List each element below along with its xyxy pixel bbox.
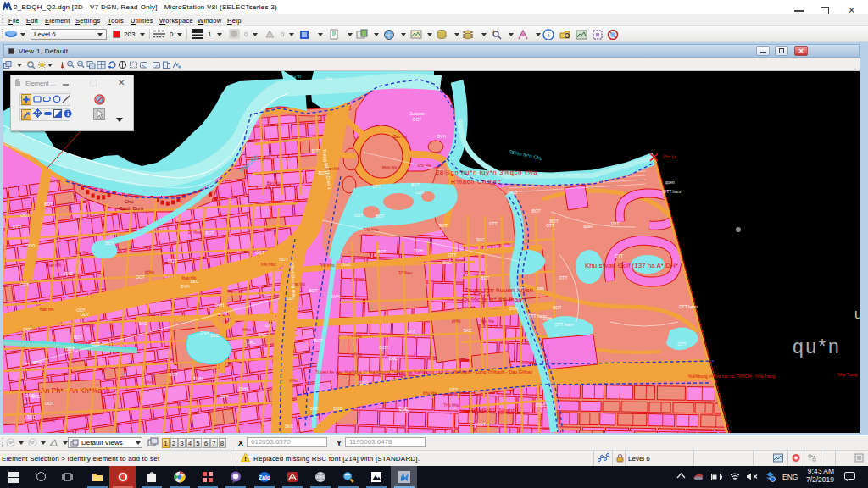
svg-text:Tr% h%c: Tr% h%c <box>319 263 335 268</box>
svg-text:ODT: ODT <box>20 282 30 287</box>
svg-text:Khu %a: Khu %a <box>481 319 495 324</box>
svg-text:Tr% h%c: Tr% h%c <box>363 228 379 232</box>
svg-text:OTT hann: OTT hann <box>663 189 682 194</box>
svg-text:ph%t: ph%t <box>86 324 95 328</box>
svg-text:th%o: th%o <box>289 379 298 383</box>
svg-text:DGD: DGD <box>508 190 518 195</box>
svg-text:Ban %u: Ban %u <box>267 181 281 186</box>
svg-text:quen: quen <box>583 224 593 229</box>
svg-text:Zalo: Zalo <box>259 474 270 480</box>
svg-text:DVH: DVH <box>415 248 424 253</box>
svg-text:th%o: th%o <box>242 328 251 332</box>
svg-text:th%o: th%o <box>145 270 154 274</box>
svg-text:D* %an: D* %an <box>188 230 202 235</box>
svg-text:OTT: OTT <box>407 329 415 334</box>
svg-text:OTT hann: OTT hann <box>528 313 548 319</box>
svg-text:ODT: ODT <box>81 312 90 317</box>
svg-text:das: das <box>537 286 545 291</box>
svg-text:BOT: BOT <box>205 230 214 236</box>
svg-text:Ph% l%i: Ph% l%i <box>176 222 191 226</box>
svg-text:Chu Lo: Chu Lo <box>663 154 676 159</box>
svg-text:SKC: SKC <box>258 332 267 337</box>
svg-text:SKC: SKC <box>27 414 36 419</box>
svg-text:!: ! <box>244 455 247 463</box>
svg-text:Khu %a: Khu %a <box>75 251 89 255</box>
svg-text:quen: quen <box>665 180 675 185</box>
svg-text:DVH: DVH <box>536 402 545 408</box>
svg-text:OOT: OOT <box>136 274 145 280</box>
svg-text:OOT: OOT <box>255 250 264 255</box>
svg-text:DVH: DVH <box>200 330 209 336</box>
svg-text:Tr% h%c: Tr% h%c <box>40 419 56 423</box>
svg-text:BOT: BOT <box>105 241 114 246</box>
svg-text:DVH: DVH <box>239 386 248 391</box>
svg-text:th%o: th%o <box>147 313 156 317</box>
svg-text:R%ach Ch%ec: R%ach Ch%ec <box>451 178 501 186</box>
svg-text:Khu s*van Golf (137 ha A* DH*: Khu s*van Golf (137 ha A* DH* <box>585 262 678 269</box>
svg-text:c%ng: c%ng <box>352 352 362 357</box>
svg-text:SKC: SKC <box>389 356 398 361</box>
svg-text:Ga: Ga <box>326 76 332 81</box>
svg-text:BOT: BOT <box>532 208 541 214</box>
svg-text:BOT: BOT <box>411 182 420 187</box>
svg-text:BOT: BOT <box>312 148 320 153</box>
svg-text:Justoon: Justoon <box>409 111 425 116</box>
svg-text:OOT: OOT <box>379 345 388 350</box>
svg-text:OTT: OTT <box>611 221 620 226</box>
svg-text:%an h%: %an h% <box>181 276 196 280</box>
svg-text:Tr% h%c: Tr% h%c <box>443 403 459 408</box>
svg-text:ph%t: ph%t <box>443 393 453 397</box>
svg-text:An Ph* - An Kh*%anh: An Ph* - An Kh*%anh <box>41 386 110 395</box>
svg-text:BOT: BOT <box>481 275 489 280</box>
svg-text:OTT: OTT <box>546 223 554 228</box>
svg-text:SKC: SKC <box>33 360 42 365</box>
svg-text:BOT: BOT <box>377 249 386 254</box>
svg-text:Chu: Chu <box>124 199 133 204</box>
svg-text:DGD: DGD <box>342 262 352 267</box>
svg-text:DVH: DVH <box>13 224 22 229</box>
svg-text:c%ng: c%ng <box>352 334 362 338</box>
svg-text:SKC: SKC <box>476 237 486 242</box>
svg-text:%an h%: %an h% <box>47 263 61 268</box>
svg-text:D* %an: D* %an <box>399 271 413 275</box>
svg-text:ph%t: ph%t <box>452 319 461 324</box>
svg-text:DGD: DGD <box>25 243 35 248</box>
svg-text:OTT: OTT <box>448 252 456 258</box>
svg-text:DVH: DVH <box>509 306 519 311</box>
svg-text:%an h%: %an h% <box>39 308 53 312</box>
svg-text:SKC: SKC <box>285 424 294 429</box>
svg-text:BOT: BOT <box>91 341 99 347</box>
svg-text:DVH: DVH <box>437 134 447 139</box>
svg-text:OTT: OTT <box>449 387 458 392</box>
svg-text:Ph% l%i: Ph% l%i <box>382 166 397 170</box>
svg-text:DVH: DVH <box>194 376 203 381</box>
svg-text:DVH: DVH <box>215 302 225 308</box>
svg-text:BOT: BOT <box>376 214 384 219</box>
svg-text:DVH: DVH <box>331 294 340 299</box>
svg-text:ODT: ODT <box>23 327 32 332</box>
svg-text:SKC: SKC <box>359 380 369 385</box>
svg-text:ODT: ODT <box>20 213 30 218</box>
svg-text:ODT: ODT <box>65 347 75 352</box>
svg-text:SKC: SKC <box>442 260 452 265</box>
svg-text:qu*n: qu*n <box>793 336 841 358</box>
svg-text:SKC: SKC <box>210 333 220 338</box>
svg-text:DGD: DGD <box>400 409 410 414</box>
svg-text:Trung t*m huuen :uyen: Trung t*m huuen :uyen <box>465 286 533 294</box>
svg-text:BOT: BOT <box>74 335 82 340</box>
svg-text:OTT hann: OTT hann <box>679 304 698 309</box>
svg-text:OTT: OTT <box>265 323 274 328</box>
svg-text:OTT: OTT <box>372 184 381 189</box>
svg-text:Khu %a: Khu %a <box>417 164 431 168</box>
svg-text:OTT hann: OTT hann <box>554 322 574 327</box>
svg-text:OOT: OOT <box>413 117 422 122</box>
svg-text:Tr% h%c: Tr% h%c <box>260 263 276 267</box>
svg-text:460 t%61 2%anh: 460 t%61 2%anh <box>470 408 515 413</box>
svg-text:Khu %a: Khu %a <box>423 391 437 396</box>
svg-text:SKC: SKC <box>247 340 256 345</box>
svg-text:SKC: SKC <box>64 271 74 276</box>
svg-text:ODT: ODT <box>354 213 364 218</box>
svg-text:%a%bung x%dat cao toc TPHCM -: %a%bung x%dat cao toc TPHCM - Nha Trang <box>688 374 776 379</box>
svg-text:SKC: SKC <box>309 406 319 411</box>
svg-text:ODT: ODT <box>220 394 229 399</box>
